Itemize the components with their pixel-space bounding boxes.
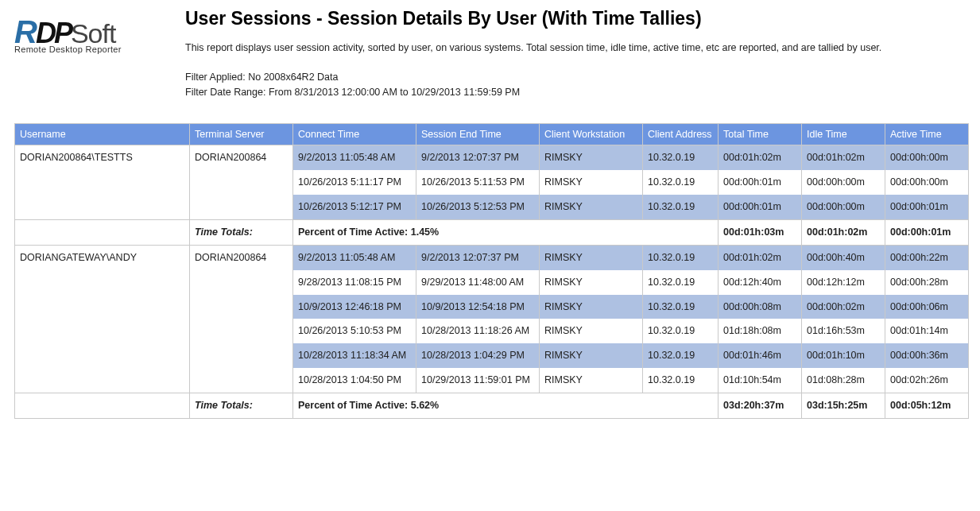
- report-header: R DP Soft Remote Desktop Reporter User S…: [14, 8, 966, 99]
- totals-blank: [15, 219, 190, 245]
- end-cell: 9/2/2013 12:07:37 PM: [416, 145, 540, 170]
- wks-cell: RIMSKY: [540, 319, 643, 343]
- wks-cell: RIMSKY: [540, 195, 643, 219]
- addr-cell: 10.32.0.19: [643, 170, 719, 195]
- totals-row: Time Totals:Percent of Time Active: 1.45…: [15, 219, 969, 245]
- idle-cell: 00d:00h:00m: [802, 195, 885, 219]
- col-idle: Idle Time: [802, 124, 885, 145]
- page-title: User Sessions - Session Details By User …: [185, 8, 966, 29]
- server-cell: DORIAN200864: [190, 245, 293, 393]
- active-cell: 00d:01h:14m: [885, 319, 969, 343]
- logo-tagline: Remote Desktop Reporter: [14, 45, 153, 54]
- addr-cell: 10.32.0.19: [643, 245, 719, 269]
- addr-cell: 10.32.0.19: [643, 145, 719, 170]
- end-cell: 10/9/2013 12:54:18 PM: [416, 295, 540, 319]
- active-cell: 00d:00h:36m: [885, 343, 969, 368]
- totals-percent: Percent of Time Active: 1.45%: [293, 219, 719, 245]
- wks-cell: RIMSKY: [540, 295, 643, 319]
- col-connect: Connect Time: [293, 124, 416, 145]
- connect-cell: 9/2/2013 11:05:48 AM: [293, 145, 416, 170]
- report-description: This report displays user session activi…: [185, 41, 966, 56]
- addr-cell: 10.32.0.19: [643, 295, 719, 319]
- table-row: DORIAN200864\TESTTSDORIAN2008649/2/2013 …: [15, 145, 969, 170]
- connect-cell: 10/26/2013 5:12:17 PM: [293, 195, 416, 219]
- addr-cell: 10.32.0.19: [643, 368, 719, 393]
- wks-cell: RIMSKY: [540, 343, 643, 368]
- connect-cell: 10/26/2013 5:11:17 PM: [293, 170, 416, 195]
- table-header-row: Username Terminal Server Connect Time Se…: [15, 124, 969, 145]
- filter-date-range: Filter Date Range: From 8/31/2013 12:00:…: [185, 85, 966, 100]
- active-cell: 00d:02h:26m: [885, 368, 969, 393]
- end-cell: 10/29/2013 11:59:01 PM: [416, 368, 540, 393]
- end-cell: 10/28/2013 11:18:26 AM: [416, 319, 540, 343]
- idle-cell: 00d:00h:00m: [802, 170, 885, 195]
- col-active: Active Time: [885, 124, 969, 145]
- active-cell: 00d:00h:22m: [885, 245, 969, 269]
- end-cell: 9/29/2013 11:48:00 AM: [416, 270, 540, 295]
- end-cell: 10/28/2013 1:04:29 PM: [416, 343, 540, 368]
- addr-cell: 10.32.0.19: [643, 343, 719, 368]
- sessions-table: Username Terminal Server Connect Time Se…: [14, 123, 969, 419]
- logo-brand-soft: Soft: [71, 20, 115, 47]
- idle-cell: 00d:01h:02m: [802, 145, 885, 170]
- col-workstation: Client Workstation: [540, 124, 643, 145]
- total-cell: 00d:00h:08m: [719, 295, 802, 319]
- totals-active: 00d:05h:12m: [885, 393, 969, 419]
- idle-cell: 00d:12h:12m: [802, 270, 885, 295]
- totals-label: Time Totals:: [190, 393, 293, 419]
- total-cell: 00d:01h:02m: [719, 245, 802, 269]
- totals-percent: Percent of Time Active: 5.62%: [293, 393, 719, 419]
- connect-cell: 9/2/2013 11:05:48 AM: [293, 245, 416, 269]
- total-cell: 01d:18h:08m: [719, 319, 802, 343]
- connect-cell: 9/28/2013 11:08:15 PM: [293, 270, 416, 295]
- active-cell: 00d:00h:01m: [885, 195, 969, 219]
- connect-cell: 10/28/2013 11:18:34 AM: [293, 343, 416, 368]
- logo: R DP Soft Remote Desktop Reporter: [14, 8, 153, 54]
- idle-cell: 01d:16h:53m: [802, 319, 885, 343]
- table-row: DORIANGATEWAY\ANDYDORIAN2008649/2/2013 1…: [15, 245, 969, 269]
- total-cell: 00d:01h:02m: [719, 145, 802, 170]
- total-cell: 00d:00h:01m: [719, 170, 802, 195]
- connect-cell: 10/9/2013 12:46:18 PM: [293, 295, 416, 319]
- totals-total: 00d:01h:03m: [719, 219, 802, 245]
- end-cell: 10/26/2013 5:11:53 PM: [416, 170, 540, 195]
- active-cell: 00d:00h:06m: [885, 295, 969, 319]
- connect-cell: 10/28/2013 1:04:50 PM: [293, 368, 416, 393]
- totals-active: 00d:00h:01m: [885, 219, 969, 245]
- server-cell: DORIAN200864: [190, 145, 293, 220]
- total-cell: 00d:01h:46m: [719, 343, 802, 368]
- col-address: Client Address: [643, 124, 719, 145]
- wks-cell: RIMSKY: [540, 145, 643, 170]
- active-cell: 00d:00h:00m: [885, 170, 969, 195]
- wks-cell: RIMSKY: [540, 245, 643, 269]
- wks-cell: RIMSKY: [540, 270, 643, 295]
- idle-cell: 00d:00h:02m: [802, 295, 885, 319]
- idle-cell: 00d:01h:10m: [802, 343, 885, 368]
- addr-cell: 10.32.0.19: [643, 270, 719, 295]
- col-total: Total Time: [719, 124, 802, 145]
- totals-idle: 00d:01h:02m: [802, 219, 885, 245]
- wks-cell: RIMSKY: [540, 170, 643, 195]
- total-cell: 01d:10h:54m: [719, 368, 802, 393]
- addr-cell: 10.32.0.19: [643, 319, 719, 343]
- end-cell: 10/26/2013 5:12:53 PM: [416, 195, 540, 219]
- totals-idle: 03d:15h:25m: [802, 393, 885, 419]
- col-username: Username: [15, 124, 190, 145]
- end-cell: 9/2/2013 12:07:37 PM: [416, 245, 540, 269]
- totals-total: 03d:20h:37m: [719, 393, 802, 419]
- active-cell: 00d:00h:00m: [885, 145, 969, 170]
- wks-cell: RIMSKY: [540, 368, 643, 393]
- connect-cell: 10/26/2013 5:10:53 PM: [293, 319, 416, 343]
- logo-brand-dp: DP: [36, 19, 71, 48]
- filter-applied: Filter Applied: No 2008x64R2 Data: [185, 70, 966, 85]
- idle-cell: 00d:00h:40m: [802, 245, 885, 269]
- active-cell: 00d:00h:28m: [885, 270, 969, 295]
- logo-brand-r: R: [14, 16, 36, 48]
- totals-row: Time Totals:Percent of Time Active: 5.62…: [15, 393, 969, 419]
- col-server: Terminal Server: [190, 124, 293, 145]
- col-end: Session End Time: [416, 124, 540, 145]
- totals-blank: [15, 393, 190, 419]
- username-cell: DORIAN200864\TESTTS: [15, 145, 190, 220]
- addr-cell: 10.32.0.19: [643, 195, 719, 219]
- filter-block: Filter Applied: No 2008x64R2 Data Filter…: [185, 70, 966, 100]
